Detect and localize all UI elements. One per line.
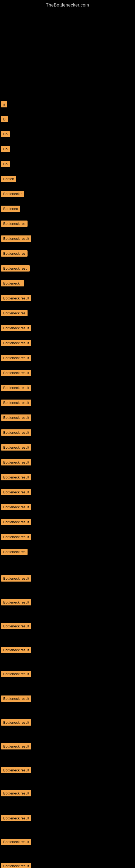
bottleneck-item: Bottleneck result — [1, 504, 31, 510]
bottleneck-item: Bottleneck result — [1, 370, 31, 376]
bottleneck-item: Bottleneck result — [1, 767, 31, 773]
bottleneck-item: Bottleneck result — [1, 743, 31, 749]
bottleneck-item: Bottleneck result — [1, 400, 31, 406]
bottleneck-item: Bottleneck resu — [1, 265, 30, 272]
bottleneck-item: Bottleneck result — [1, 340, 31, 346]
bottleneck-item: Bottleneck result — [1, 534, 31, 540]
bottleneck-item: Bottleneck result — [1, 647, 31, 653]
bottleneck-item: Bottleneck result — [1, 414, 31, 421]
page-wrapper: TheBottlenecker.com sBBoBoBoBottlenBottl… — [0, 0, 135, 868]
bottleneck-item: Bottlen — [1, 176, 16, 182]
bottleneck-item: Bottleneck result — [1, 599, 31, 606]
bottleneck-item: Bottleneck result — [1, 623, 31, 629]
bottleneck-item: s — [1, 101, 7, 107]
bottleneck-item: Bottleneck result — [1, 695, 31, 702]
bottleneck-item: Bottleneck result — [1, 815, 31, 822]
bottleneck-item: Bottlenec — [1, 206, 20, 212]
bottleneck-item: Bottleneck result — [1, 236, 31, 242]
bottleneck-item: Bottleneck result — [1, 459, 31, 465]
bottleneck-item: Bottleneck result — [1, 719, 31, 725]
bottleneck-item: Bottleneck result — [1, 839, 31, 845]
bottleneck-item: Bottleneck res — [1, 220, 28, 227]
bottleneck-item: Bottleneck res — [1, 250, 28, 257]
bottleneck-item: Bottleneck result — [1, 790, 31, 796]
bottleneck-item: Bottleneck result — [1, 295, 31, 301]
bottleneck-item: Bo — [1, 146, 10, 152]
bottleneck-item: Bottleneck result — [1, 325, 31, 331]
bottleneck-item: Bottleneck result — [1, 519, 31, 525]
bottleneck-item: Bottleneck result — [1, 671, 31, 677]
bottleneck-item: Bottleneck r — [1, 191, 24, 197]
bottleneck-item: Bottleneck result — [1, 429, 31, 436]
bottleneck-item: Bottleneck res — [1, 310, 28, 316]
bottleneck-item: B — [1, 116, 8, 122]
bottleneck-item: Bottleneck result — [1, 489, 31, 495]
bottleneck-item: Bottleneck result — [1, 444, 31, 451]
bottleneck-item: Bo — [1, 131, 10, 137]
bottleneck-item: Bottleneck result — [1, 863, 31, 868]
bottleneck-item: Bottleneck result — [1, 575, 31, 582]
bottleneck-item: Bottleneck res — [1, 549, 28, 555]
bottleneck-item: Bottleneck result — [1, 384, 31, 391]
bottleneck-item: Bo — [1, 161, 10, 167]
bottleneck-item: Bottleneck r — [1, 280, 24, 286]
bottleneck-item: Bottleneck result — [1, 355, 31, 361]
site-title: TheBottlenecker.com — [0, 0, 135, 9]
items-container: sBBoBoBoBottlenBottleneck rBottlenecBott… — [0, 9, 135, 868]
bottleneck-item: Bottleneck result — [1, 474, 31, 480]
